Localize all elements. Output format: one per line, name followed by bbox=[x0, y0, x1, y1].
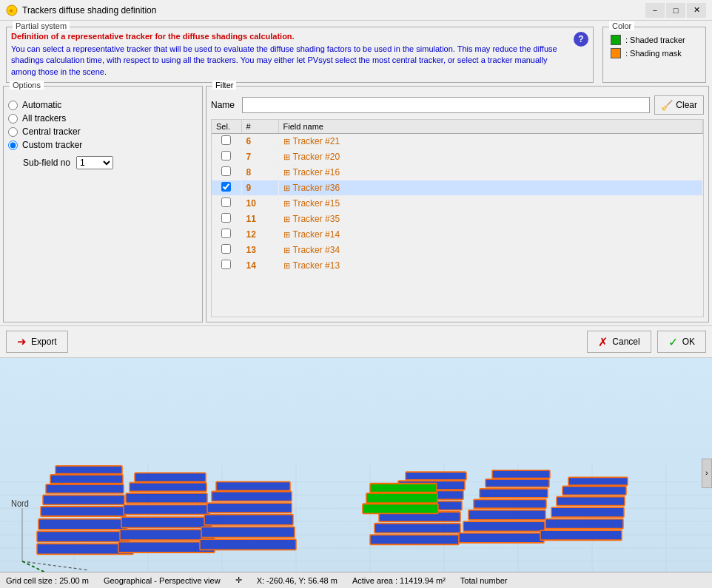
close-button[interactable]: ✕ bbox=[687, 3, 706, 18]
svg-rect-61 bbox=[366, 493, 437, 503]
svg-rect-49 bbox=[468, 510, 545, 520]
svg-rect-56 bbox=[551, 507, 624, 517]
radio-automatic[interactable]: Automatic bbox=[8, 100, 198, 110]
radio-all-trackers-input[interactable] bbox=[8, 114, 18, 124]
row-checkbox-1[interactable] bbox=[221, 151, 231, 160]
svg-rect-35 bbox=[201, 527, 295, 538]
radio-all-trackers[interactable]: All trackers bbox=[8, 113, 198, 124]
radio-central-tracker-input[interactable] bbox=[8, 127, 18, 137]
col-num: # bbox=[241, 120, 278, 134]
cancel-icon: ✗ bbox=[598, 335, 608, 349]
row-checkbox-7[interactable] bbox=[221, 244, 231, 254]
svg-rect-58 bbox=[562, 487, 626, 496]
partial-system-text: Definition of a representative tracker f… bbox=[11, 32, 569, 78]
tracker-icon: ⊞ bbox=[283, 137, 290, 146]
clear-button[interactable]: 🧹 Clear bbox=[654, 95, 704, 115]
row-checkbox-5[interactable] bbox=[221, 213, 231, 223]
svg-rect-24 bbox=[46, 484, 124, 493]
tracker-icon: ⊞ bbox=[283, 199, 290, 209]
radio-custom-tracker-label: Custom tracker bbox=[22, 140, 82, 150]
help-button[interactable]: ? bbox=[574, 32, 588, 47]
visualization-panel: Nord Ouest Sud › Grid cell size : 25.00 … bbox=[0, 358, 712, 588]
ok-icon: ✓ bbox=[668, 335, 678, 349]
table-row[interactable]: 6⊞Tracker #21 bbox=[212, 134, 703, 149]
table-row[interactable]: 13⊞Tracker #34 bbox=[212, 243, 703, 258]
radio-custom-tracker-input[interactable] bbox=[8, 141, 18, 150]
row-number: 6 bbox=[241, 134, 278, 149]
clear-label: Clear bbox=[676, 100, 697, 110]
row-checkbox-4[interactable] bbox=[221, 197, 231, 207]
tracker-icon: ⊞ bbox=[283, 246, 290, 255]
name-label: Name bbox=[211, 100, 235, 110]
svg-rect-33 bbox=[135, 473, 206, 482]
selected-tracker bbox=[363, 484, 438, 514]
row-checkbox-6[interactable] bbox=[221, 229, 231, 238]
middle-area: Options Automatic All trackers Central t… bbox=[3, 86, 709, 322]
table-row[interactable]: 12⊞Tracker #14 bbox=[212, 227, 703, 243]
table-row[interactable]: 14⊞Tracker #13 bbox=[212, 258, 703, 274]
ok-button[interactable]: ✓ OK bbox=[657, 331, 706, 353]
definition-text: Definition of a representative tracker f… bbox=[11, 32, 569, 41]
minimize-button[interactable]: − bbox=[645, 3, 665, 18]
row-number: 7 bbox=[241, 149, 278, 165]
svg-rect-22 bbox=[41, 507, 126, 516]
table-row[interactable]: 9⊞Tracker #36 bbox=[212, 180, 703, 196]
window-controls: − □ ✕ bbox=[645, 3, 706, 18]
svg-rect-52 bbox=[486, 479, 549, 487]
window-title: Trackers diffuse shading definition bbox=[22, 5, 645, 16]
partial-system-header: Definition of a representative tracker f… bbox=[11, 32, 588, 78]
export-icon: ➜ bbox=[17, 335, 27, 348]
row-number: 8 bbox=[241, 165, 278, 180]
svg-rect-21 bbox=[38, 519, 127, 530]
eraser-icon: 🧹 bbox=[661, 100, 673, 111]
mask-color-box bbox=[611, 48, 621, 58]
svg-rect-41 bbox=[375, 524, 460, 533]
svg-rect-34 bbox=[200, 539, 296, 550]
table-row[interactable]: 7⊞Tracker #20 bbox=[212, 149, 703, 165]
row-number: 13 bbox=[241, 243, 278, 258]
svg-rect-50 bbox=[474, 499, 546, 508]
svg-rect-55 bbox=[545, 519, 623, 529]
name-filter-input[interactable] bbox=[242, 97, 650, 113]
svg-rect-47 bbox=[459, 533, 544, 543]
svg-rect-29 bbox=[121, 517, 212, 527]
row-checkbox-0[interactable] bbox=[221, 135, 231, 145]
row-number: 10 bbox=[241, 196, 278, 212]
radio-custom-tracker[interactable]: Custom tracker bbox=[8, 140, 198, 150]
ok-label: OK bbox=[682, 337, 695, 347]
radio-automatic-input[interactable] bbox=[8, 101, 18, 110]
svg-rect-53 bbox=[492, 470, 550, 479]
app-icon: ☀ bbox=[6, 4, 18, 16]
table-row[interactable]: 8⊞Tracker #16 bbox=[212, 165, 703, 180]
row-checkbox-3[interactable] bbox=[221, 182, 231, 192]
radio-central-tracker[interactable]: Central tracker bbox=[8, 126, 198, 137]
svg-rect-54 bbox=[540, 530, 622, 540]
grid-cell-size: Grid cell size : 25.00 m bbox=[6, 576, 89, 585]
tracker-icon: ⊞ bbox=[283, 261, 290, 271]
row-number: 9 bbox=[241, 180, 278, 196]
row-tracker-name: ⊞Tracker #16 bbox=[278, 165, 703, 180]
export-button[interactable]: ➜ Export bbox=[6, 331, 68, 353]
maximize-button[interactable]: □ bbox=[666, 3, 685, 18]
svg-rect-40 bbox=[370, 535, 459, 544]
filter-row: Name 🧹 Clear bbox=[211, 95, 704, 115]
svg-rect-20 bbox=[37, 531, 130, 541]
partial-system-title: Partial system bbox=[13, 21, 70, 30]
table-row[interactable]: 11⊞Tracker #35 bbox=[212, 212, 703, 227]
row-tracker-name: ⊞Tracker #36 bbox=[278, 180, 703, 196]
table-row[interactable]: 10⊞Tracker #15 bbox=[212, 196, 703, 212]
radio-automatic-label: Automatic bbox=[22, 100, 61, 110]
radio-all-trackers-label: All trackers bbox=[22, 113, 66, 124]
row-checkbox-2[interactable] bbox=[221, 166, 231, 176]
viz-right-handle[interactable]: › bbox=[702, 459, 712, 488]
cancel-button[interactable]: ✗ Cancel bbox=[587, 331, 651, 353]
options-title: Options bbox=[10, 81, 44, 89]
row-number: 14 bbox=[241, 258, 278, 274]
tracker-table[interactable]: Sel. # Field name 6⊞Tracker #217⊞Tracker… bbox=[211, 119, 704, 317]
subfield-select[interactable]: 1 2 3 bbox=[76, 156, 113, 169]
svg-rect-57 bbox=[557, 497, 625, 506]
row-tracker-name: ⊞Tracker #34 bbox=[278, 243, 703, 258]
subfield-label: Sub-field no bbox=[23, 158, 70, 168]
row-checkbox-8[interactable] bbox=[221, 260, 231, 269]
table-header-row: Sel. # Field name bbox=[212, 120, 703, 134]
